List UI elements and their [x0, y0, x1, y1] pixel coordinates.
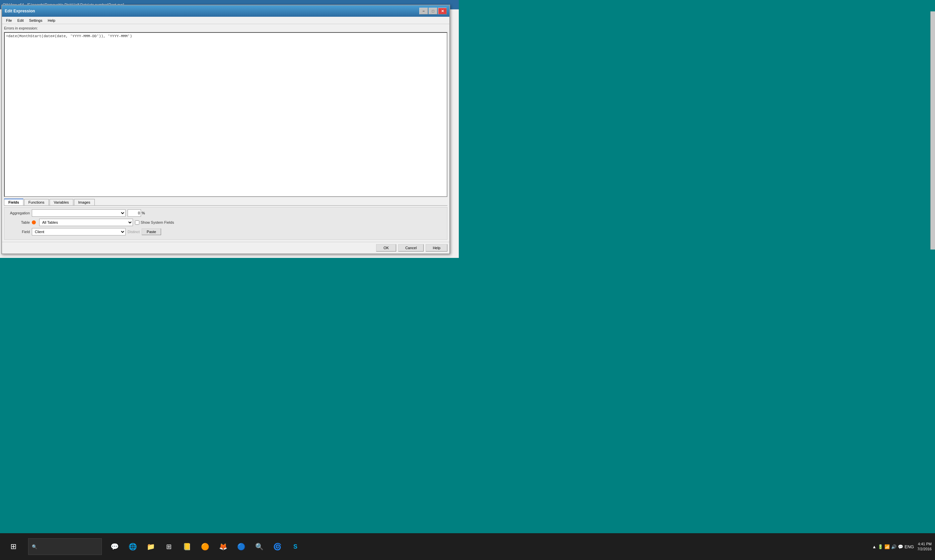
tray-message-icon: 💬: [898, 544, 903, 549]
close-button[interactable]: ✕: [438, 8, 447, 14]
table-label: Table: [6, 220, 30, 225]
table-select[interactable]: All Tables: [39, 219, 133, 226]
menu-file[interactable]: File: [3, 18, 15, 23]
tray-language: ENG: [904, 544, 914, 549]
distinct-label: Distinct: [128, 230, 140, 234]
dialog-titlebar: Edit Expression − □ ✕: [2, 5, 449, 17]
taskbar-icon-edge[interactable]: 🌐: [125, 533, 141, 560]
taskbar-icon-explorer[interactable]: 📁: [143, 533, 159, 560]
tabs-section: Fields Functions Variables Images: [4, 198, 448, 206]
tray-network-icon: 📶: [884, 544, 890, 549]
help-button[interactable]: Help: [426, 244, 448, 252]
taskbar-icon-firefox[interactable]: 🦊: [215, 533, 231, 560]
taskbar-icon-app2[interactable]: 🌀: [269, 533, 285, 560]
show-system-fields-checkbox-label[interactable]: Show System Fields: [135, 220, 174, 225]
system-tray-icons: ▲ 🔋 📶 🔊 💬 ENG: [872, 544, 914, 549]
tray-volume-icon[interactable]: 🔊: [891, 544, 897, 549]
fields-panel: Aggregation % Table All Tables: [4, 207, 448, 240]
minimize-button[interactable]: −: [419, 8, 428, 14]
dialog-title: Edit Expression: [5, 9, 419, 14]
taskbar: ⊞ 🔍 💬 🌐 📁 ⊞ 📒 🟠 🦊 🔵 🔍 🌀 S ▲ 🔋 📶 🔊 💬 ENG …: [0, 533, 935, 560]
taskbar-icon-store[interactable]: ⊞: [161, 533, 177, 560]
right-scrollbar[interactable]: [930, 11, 935, 249]
pct-input[interactable]: [128, 209, 141, 217]
pct-symbol: %: [141, 211, 145, 215]
expression-editor[interactable]: [4, 32, 448, 197]
tab-images[interactable]: Images: [74, 199, 95, 205]
taskbar-app-icons: 💬 🌐 📁 ⊞ 📒 🟠 🦊 🔵 🔍 🌀 S: [103, 533, 307, 560]
taskbar-icon-google[interactable]: 🔍: [251, 533, 267, 560]
table-row: Table All Tables Show System Fields: [6, 219, 445, 226]
edit-expression-dialog: Edit Expression − □ ✕ File Edit Settings…: [2, 5, 450, 254]
taskbar-right: ▲ 🔋 📶 🔊 💬 ENG 4:41 PM 7/2/2016: [872, 542, 935, 552]
clock-time: 4:41 PM: [917, 542, 932, 546]
field-label: Field: [6, 230, 30, 234]
dialog-menubar: File Edit Settings Help: [2, 17, 449, 24]
taskbar-icon-chrome[interactable]: 🔵: [233, 533, 249, 560]
tray-arrow-icon[interactable]: ▲: [872, 544, 877, 549]
titlebar-buttons: − □ ✕: [419, 8, 447, 14]
tab-functions[interactable]: Functions: [24, 199, 49, 205]
taskbar-icon-app1[interactable]: 🟠: [197, 533, 213, 560]
maximize-button[interactable]: □: [429, 8, 437, 14]
all-tables-radio[interactable]: [32, 220, 36, 225]
menu-help[interactable]: Help: [45, 18, 58, 23]
aggregation-row: Aggregation %: [6, 209, 445, 217]
errors-label: Errors in expression:: [4, 26, 38, 30]
tab-fields[interactable]: Fields: [4, 198, 23, 205]
aggregation-select[interactable]: [32, 209, 126, 217]
show-system-fields-label: Show System Fields: [141, 220, 174, 225]
pct-container: %: [128, 209, 145, 217]
tray-battery-icon: 🔋: [878, 544, 883, 549]
error-section: Errors in expression:: [4, 26, 448, 30]
cancel-button[interactable]: Cancel: [398, 244, 424, 252]
field-select[interactable]: Client: [32, 228, 126, 235]
taskbar-search[interactable]: 🔍: [28, 538, 102, 555]
search-icon: 🔍: [32, 544, 37, 549]
clock-date: 7/2/2016: [917, 546, 932, 552]
taskbar-clock[interactable]: 4:41 PM 7/2/2016: [917, 542, 932, 552]
tab-variables[interactable]: Variables: [49, 199, 73, 205]
aggregation-label: Aggregation: [6, 211, 30, 215]
start-button[interactable]: ⊞: [0, 533, 27, 560]
taskbar-icon-notepad[interactable]: 📒: [179, 533, 195, 560]
show-system-fields-checkbox[interactable]: [135, 220, 139, 225]
ok-button[interactable]: OK: [376, 244, 396, 252]
dialog-footer: OK Cancel Help: [2, 242, 449, 254]
menu-edit[interactable]: Edit: [15, 18, 26, 23]
menu-settings[interactable]: Settings: [26, 18, 45, 23]
field-row: Field Client Distinct Paste: [6, 228, 445, 235]
expression-editor-container: [4, 32, 448, 197]
dialog-body: Errors in expression: Fields Functions V…: [2, 24, 449, 242]
taskbar-icon-task-view[interactable]: 💬: [106, 533, 123, 560]
taskbar-icon-skype[interactable]: S: [288, 533, 303, 560]
paste-button[interactable]: Paste: [141, 228, 161, 235]
